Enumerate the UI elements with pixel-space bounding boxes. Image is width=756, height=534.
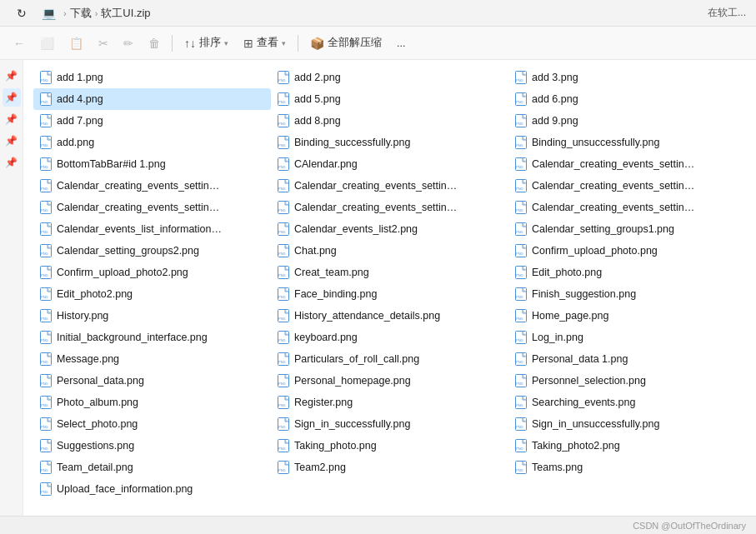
file-item[interactable]: PNG Binding_unsuccessfully.png bbox=[508, 132, 746, 153]
file-item[interactable]: PNG Calendar_creating_events_setting_end… bbox=[508, 153, 746, 175]
file-name: Log_in.png bbox=[532, 332, 583, 343]
file-item[interactable]: PNG add 7.png bbox=[33, 110, 271, 132]
toolbar-view-btn[interactable]: ⊞ 查看 ▾ bbox=[237, 32, 293, 53]
toolbar-paste-btn[interactable]: 📋 bbox=[63, 33, 90, 53]
toolbar-cut-btn[interactable]: ✂ bbox=[92, 33, 115, 53]
pin-btn-2[interactable]: 📌 bbox=[3, 88, 21, 107]
file-item[interactable]: PNG Calendar_events_list_information.png bbox=[33, 218, 271, 240]
file-item[interactable]: PNG Sign_in_unsuccessfully.png bbox=[508, 413, 746, 435]
breadcrumb-zip[interactable]: 软工UI.zip bbox=[101, 6, 150, 21]
svg-text:PNG: PNG bbox=[516, 403, 523, 407]
file-item[interactable]: PNG add 9.png bbox=[508, 110, 746, 132]
file-item[interactable]: PNG CAlendar.png bbox=[271, 153, 508, 175]
file-item[interactable]: PNG Initial_background_interface.png bbox=[33, 327, 271, 348]
breadcrumb-downloads[interactable]: 下载 bbox=[70, 6, 92, 21]
file-item[interactable]: PNG Calendar_setting_groups1.png bbox=[508, 218, 746, 240]
file-icon: PNG bbox=[515, 352, 527, 366]
file-area[interactable]: PNG add 1.png PNG add 2.png PNG add 3.pn… bbox=[23, 60, 756, 516]
file-item[interactable]: PNG Finish_suggestion.png bbox=[508, 283, 746, 305]
file-item[interactable]: PNG Particulars_of_roll_call.png bbox=[271, 348, 508, 370]
toolbar-extract-all-btn[interactable]: 📦 全部解压缩 bbox=[303, 32, 388, 53]
file-name: History_attendance_details.png bbox=[294, 310, 440, 322]
file-item[interactable]: PNG Confirm_upload_photo2.png bbox=[33, 262, 271, 283]
toolbar-sort-btn[interactable]: ↑↓ 排序 ▾ bbox=[178, 32, 235, 53]
file-name: Photo_album.png bbox=[57, 397, 138, 408]
file-item[interactable]: PNG Calendar_events_list2.png bbox=[271, 218, 508, 240]
file-item[interactable]: PNG add 4.png bbox=[33, 88, 271, 110]
file-item[interactable]: PNG Sign_in_successfully.png bbox=[271, 413, 508, 435]
file-item[interactable]: PNG Face_binding.png bbox=[271, 283, 508, 305]
pin-btn-3[interactable]: 📌 bbox=[3, 110, 21, 128]
file-item[interactable]: PNG add 6.png bbox=[508, 88, 746, 110]
png-file-icon: PNG bbox=[278, 244, 289, 257]
file-name: Particulars_of_roll_call.png bbox=[294, 353, 419, 365]
file-item[interactable]: PNG Upload_face_information.png bbox=[33, 478, 271, 500]
file-item[interactable]: PNG add 3.png bbox=[508, 67, 746, 88]
toolbar-copy-btn[interactable]: ⬜ bbox=[33, 33, 61, 53]
file-item[interactable]: PNG Searching_events.png bbox=[508, 392, 746, 413]
file-item[interactable]: PNG Calendar_creating_events_setting_end… bbox=[508, 175, 746, 197]
png-file-icon: PNG bbox=[515, 136, 527, 149]
file-item[interactable]: PNG Teams.png bbox=[508, 457, 746, 478]
file-item[interactable]: PNG Confirm_upload_photo.png bbox=[508, 240, 746, 262]
file-item[interactable]: PNG add 8.png bbox=[271, 110, 508, 132]
file-item[interactable]: PNG keyboard.png bbox=[271, 327, 508, 348]
file-item[interactable]: PNG Calendar_setting_groups2.png bbox=[33, 240, 271, 262]
file-item[interactable]: PNG Home_page.png bbox=[508, 305, 746, 327]
file-name: Sign_in_unsuccessfully.png bbox=[532, 418, 659, 430]
file-item[interactable]: PNG Calendar_creating_events_setting_end… bbox=[271, 175, 508, 197]
computer-icon-btn[interactable]: 💻 bbox=[37, 2, 60, 25]
svg-text:PNG: PNG bbox=[278, 447, 286, 451]
toolbar-sep1 bbox=[172, 35, 173, 52]
file-item[interactable]: PNG Calendar_creating_events_setting_end… bbox=[33, 175, 271, 197]
file-item[interactable]: PNG add 5.png bbox=[271, 88, 508, 110]
file-icon: PNG bbox=[40, 374, 52, 387]
file-item[interactable]: PNG Personal_data 1.png bbox=[508, 348, 746, 370]
pin-btn-1[interactable]: 📌 bbox=[3, 67, 21, 85]
svg-text:PNG: PNG bbox=[41, 100, 48, 104]
file-item[interactable]: PNG Creat_team.png bbox=[271, 262, 508, 283]
toolbar-more-btn[interactable]: ... bbox=[390, 34, 412, 52]
file-item[interactable]: PNG add 1.png bbox=[33, 67, 271, 88]
file-item[interactable]: PNG Personal_data.png bbox=[33, 370, 271, 392]
file-item[interactable]: PNG History_attendance_details.png bbox=[271, 305, 508, 327]
file-item[interactable]: PNG add 2.png bbox=[271, 67, 508, 88]
file-item[interactable]: PNG Log_in.png bbox=[508, 327, 746, 348]
file-item[interactable]: PNG Edit_photo.png bbox=[508, 262, 746, 283]
toolbar-delete-btn[interactable]: 🗑 bbox=[142, 33, 167, 53]
file-item[interactable]: PNG Taking_photo.png bbox=[271, 435, 508, 457]
file-item[interactable]: PNG Personnel_selection.png bbox=[508, 370, 746, 392]
file-icon: PNG bbox=[278, 352, 289, 366]
file-item[interactable]: PNG Binding_successfully.png bbox=[271, 132, 508, 153]
file-item[interactable]: PNG Calendar_creating_events_setting_sta… bbox=[508, 197, 746, 218]
file-item[interactable]: PNG Personal_homepage.png bbox=[271, 370, 508, 392]
file-item[interactable]: PNG Chat.png bbox=[271, 240, 508, 262]
file-item[interactable]: PNG Team2.png bbox=[271, 457, 508, 478]
file-icon: PNG bbox=[278, 201, 289, 214]
file-item[interactable]: PNG Register.png bbox=[271, 392, 508, 413]
refresh-button[interactable]: ↻ bbox=[10, 2, 33, 25]
file-item[interactable]: PNG Suggestions.png bbox=[33, 435, 271, 457]
file-item[interactable]: PNG Calendar_creating_events_setting_sta… bbox=[33, 197, 271, 218]
file-item[interactable]: PNG Message.png bbox=[33, 348, 271, 370]
file-item[interactable]: PNG Photo_album.png bbox=[33, 392, 271, 413]
svg-text:PNG: PNG bbox=[41, 317, 48, 321]
file-item[interactable]: PNG Taking_photo2.png bbox=[508, 435, 746, 457]
file-item[interactable]: PNG BottomTabBar#id 1.png bbox=[33, 153, 271, 175]
file-name: Suggestions.png bbox=[57, 440, 134, 452]
file-item[interactable]: PNG Team_detail.png bbox=[33, 457, 271, 478]
png-file-icon: PNG bbox=[40, 331, 52, 344]
file-icon: PNG bbox=[515, 114, 527, 127]
pin-btn-5[interactable]: 📌 bbox=[3, 153, 21, 172]
file-item[interactable]: PNG History.png bbox=[33, 305, 271, 327]
file-item[interactable]: PNG Select_photo.png bbox=[33, 413, 271, 435]
png-file-icon: PNG bbox=[515, 309, 527, 322]
file-item[interactable]: PNG Edit_photo2.png bbox=[33, 283, 271, 305]
toolbar-rename-btn[interactable]: ✏ bbox=[117, 33, 140, 53]
toolbar-back-btn[interactable]: ← bbox=[7, 33, 32, 53]
file-item[interactable]: PNG add.png bbox=[33, 132, 271, 153]
pin-btn-4[interactable]: 📌 bbox=[3, 132, 21, 150]
file-icon: PNG bbox=[278, 92, 289, 106]
file-item[interactable]: PNG Calendar_creating_events_setting_sta… bbox=[271, 197, 508, 218]
file-icon: PNG bbox=[278, 114, 289, 127]
